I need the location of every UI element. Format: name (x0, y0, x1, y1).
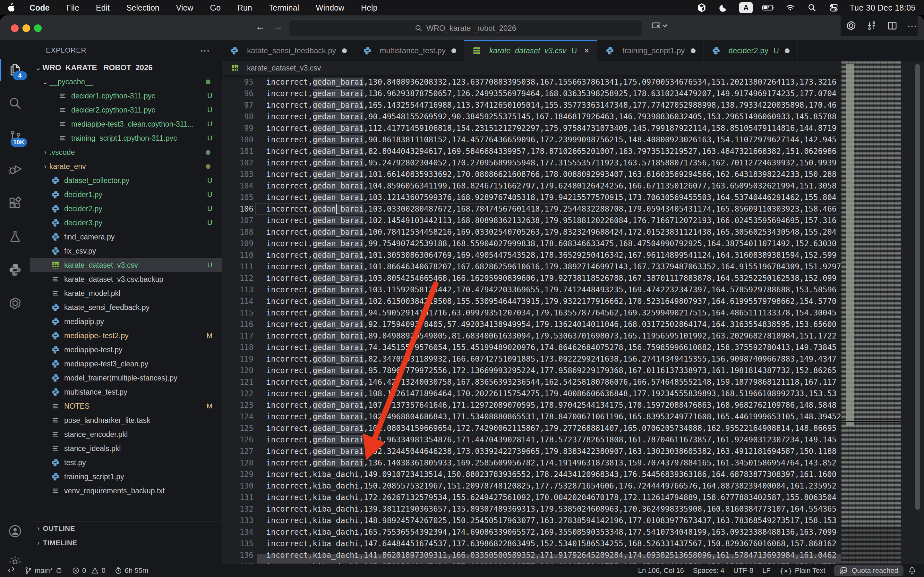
activitybar-run-debug[interactable] (0, 155, 30, 185)
tree-file-katate-sensi-feedback-py[interactable]: katate_sensi_feedback.py (30, 300, 222, 314)
code-line-122[interactable]: 122incorrect,gedan_barai,108.11261471896… (222, 388, 841, 400)
vertical-scrollbar[interactable] (915, 64, 920, 510)
code-line-106[interactable]: 106incorrect,gedan_barai,103.03300280487… (222, 203, 841, 215)
tree-file-decider1-py[interactable]: decider1.pyU (30, 187, 222, 201)
activitybar-explorer[interactable]: 4 (0, 55, 30, 85)
language-mode[interactable]: {×} Plain Text (775, 564, 830, 577)
code-line-100[interactable]: 100incorrect,gedan_barai,90.861838111081… (222, 134, 841, 145)
code-line-101[interactable]: 101incorrect,gedan_barai,82.804404329461… (222, 145, 841, 157)
keyboard-input-icon[interactable]: A (739, 2, 753, 13)
more-actions-icon[interactable]: ⋯ (907, 20, 918, 31)
code-line-124[interactable]: 124incorrect,gedan_barai,102.49688046868… (222, 411, 841, 422)
sidebar-section-outline[interactable]: ›OUTLINE (30, 521, 222, 536)
code-line-134[interactable]: 134incorrect,kiba_dachi,165.755365543923… (222, 526, 841, 538)
problems-indicator[interactable]: 0 0 (67, 564, 110, 577)
control-center-icon[interactable] (828, 2, 840, 13)
menu-item-code[interactable]: Code (23, 3, 58, 13)
copilot-quota-button[interactable]: Quota reached (834, 565, 903, 576)
menu-item-selection[interactable]: Selection (118, 3, 168, 13)
breadcrumb[interactable]: karate_dataset_v3.csv (222, 61, 841, 75)
activitybar-testing[interactable] (0, 221, 30, 252)
code-line-102[interactable]: 102incorrect,gedan_barai,95.247928023040… (222, 157, 841, 169)
activitybar-search[interactable] (0, 88, 30, 119)
display-cast-icon[interactable] (651, 22, 667, 30)
tree-folder-karate-env[interactable]: ›karate_env (30, 159, 222, 173)
minimap[interactable] (841, 61, 901, 564)
tree-folder--vscode[interactable]: ›.vscode (30, 145, 222, 159)
tab-multistance-test-py[interactable]: multistance_test.py (355, 40, 464, 61)
indentation[interactable]: Spaces: 4 (688, 564, 729, 577)
menu-item-terminal[interactable]: Terminal (260, 3, 307, 13)
timer-indicator[interactable]: 6h 55m (110, 564, 153, 577)
tree-file-mediapip-py[interactable]: mediapip.py (30, 314, 222, 329)
notifications-bell[interactable] (903, 564, 921, 577)
menu-item-file[interactable]: File (58, 3, 87, 13)
code-line-129[interactable]: 129incorrect,kiba_dachi,149.091072341351… (222, 469, 841, 480)
dirty-dot-icon[interactable] (342, 48, 347, 53)
dirty-dot-icon[interactable] (691, 48, 696, 53)
tree-file-training-script1-cpython-311-pyc[interactable]: training_script1.cpython-311.pycU (30, 131, 222, 145)
cursor-position[interactable]: Ln 106, Col 16 (634, 564, 688, 577)
menu-item-window[interactable]: Window (307, 3, 352, 13)
encoding[interactable]: UTF-8 (729, 564, 758, 577)
prism-app-icon[interactable] (696, 2, 708, 13)
tree-folder--pycache-[interactable]: ⌄__pycache__ (30, 75, 222, 89)
code-line-115[interactable]: 115incorrect,gedan_barai,94.590529141017… (222, 307, 841, 319)
code-line-125[interactable]: 125incorrect,gedan_barai,101.08034159669… (222, 422, 841, 434)
code-line-114[interactable]: 114incorrect,gedan_barai,102.61500384219… (222, 295, 841, 307)
dirty-dot-icon[interactable] (785, 48, 790, 53)
activitybar-python[interactable] (0, 255, 30, 285)
tab-training-script1-py[interactable]: training_script1.py (598, 40, 704, 61)
split-editor-icon[interactable] (887, 21, 898, 31)
tree-file-karate-dataset-v3-csv-backup[interactable]: karate_dataset_v3.csv.backup (30, 272, 222, 286)
code-line-104[interactable]: 104incorrect,gedan_barai,104.85960563411… (222, 180, 841, 192)
menu-item-go[interactable]: Go (202, 3, 229, 13)
wifi-icon[interactable] (784, 2, 796, 13)
code-line-103[interactable]: 103incorrect,gedan_barai,101.66140835933… (222, 169, 841, 180)
code-line-96[interactable]: 96incorrect,gedan_barai,136.962938787506… (222, 88, 841, 99)
code-line-130[interactable]: 130incorrect,kiba_dachi,150.208557532196… (222, 480, 841, 492)
code-line-133[interactable]: 133incorrect,kiba_dachi,148.989245742670… (222, 515, 841, 526)
tree-file-model-trainer-multiple-stances-py[interactable]: model_trainer(multiple-stances).py (30, 371, 222, 385)
code-line-110[interactable]: 110incorrect,gedan_barai,101.30530863064… (222, 250, 841, 261)
code-line-131[interactable]: 131incorrect,kiba_dachi,172.262671325795… (222, 492, 841, 503)
code-line-116[interactable]: 116incorrect,gedan_barai,92.175940937840… (222, 319, 841, 330)
tree-file-karate-dataset-v3-csv[interactable]: karate_dataset_v3.csvU (30, 258, 222, 272)
code-line-121[interactable]: 121incorrect,gedan_barai,146.42713240030… (222, 376, 841, 388)
tree-file-training-script1-py[interactable]: training_script1.py (30, 470, 222, 484)
tree-file-stance-encoder-pkl[interactable]: stance_encoder.pkl (30, 427, 222, 442)
code-line-128[interactable]: 128incorrect,gedan_barai,136.14038361805… (222, 457, 841, 469)
tree-file-pose-landmarker-lite-task[interactable]: pose_landmarker_lite.task (30, 413, 222, 427)
activitybar-extensions[interactable] (0, 188, 30, 219)
code-line-113[interactable]: 113incorrect,gedan_barai,103.11592058133… (222, 284, 841, 295)
tree-file-decider2-cpython-311-pyc[interactable]: decider2.cpython-311.pycU (30, 103, 222, 117)
tree-file-find-camera-py[interactable]: find_camera.py (30, 230, 222, 244)
eol-sequence[interactable]: LF (758, 564, 775, 577)
activitybar-accounts[interactable] (0, 516, 30, 546)
command-center-search[interactable]: WRO_karate _robot_2026 (289, 19, 642, 37)
close-tab-icon[interactable]: × (584, 45, 589, 56)
tree-root-folder[interactable]: ⌄WRO_KARATE _ROBOT_2026 (30, 61, 222, 75)
code-line-107[interactable]: 107incorrect,gedan_barai,102.14549103442… (222, 215, 841, 226)
tree-file-fix-csv-py[interactable]: fix_csv.py (30, 244, 222, 258)
tree-file-decider3-py[interactable]: decider3.pyU (30, 216, 222, 230)
close-window-button[interactable] (11, 24, 19, 32)
nav-forward-button[interactable]: → (271, 21, 285, 32)
sidebar-section-timeline[interactable]: ›TIMELINE (30, 536, 222, 550)
code-line-112[interactable]: 112incorrect,gedan_barai,103.80542546654… (222, 272, 841, 284)
code-line-105[interactable]: 105incorrect,gedan_barai,103.12143607599… (222, 192, 841, 203)
code-line-98[interactable]: 98incorrect,gedan_barai,90.4954815526959… (222, 111, 841, 122)
tree-file-venv-requirements-backup-txt[interactable]: venv_requirements_backup.txt (30, 484, 222, 498)
editor-pane[interactable]: 95incorrect,gedan_barai,130.840893620833… (222, 61, 841, 564)
remote-indicator[interactable] (3, 564, 20, 577)
tree-file-notes[interactable]: NOTESM (30, 399, 222, 413)
tree-file-mediapipe-test2-py[interactable]: mediapipe- test2.pyM (30, 329, 222, 343)
menu-item-help[interactable]: Help (352, 3, 386, 13)
tree-file-decider2-py[interactable]: decider2.pyU (30, 201, 222, 216)
code-line-120[interactable]: 120incorrect,gedan_barai,95.789677799725… (222, 365, 841, 376)
code-line-111[interactable]: 111incorrect,gedan_barai,101.86646340678… (222, 261, 841, 272)
zoom-window-button[interactable] (34, 24, 42, 32)
tree-file-karate-model-pkl[interactable]: karate_model.pkl (30, 286, 222, 300)
code-line-108[interactable]: 108incorrect,gedan_barai,100.78412534458… (222, 226, 841, 238)
code-line-119[interactable]: 119incorrect,gedan_barai,82.347059311899… (222, 353, 841, 365)
